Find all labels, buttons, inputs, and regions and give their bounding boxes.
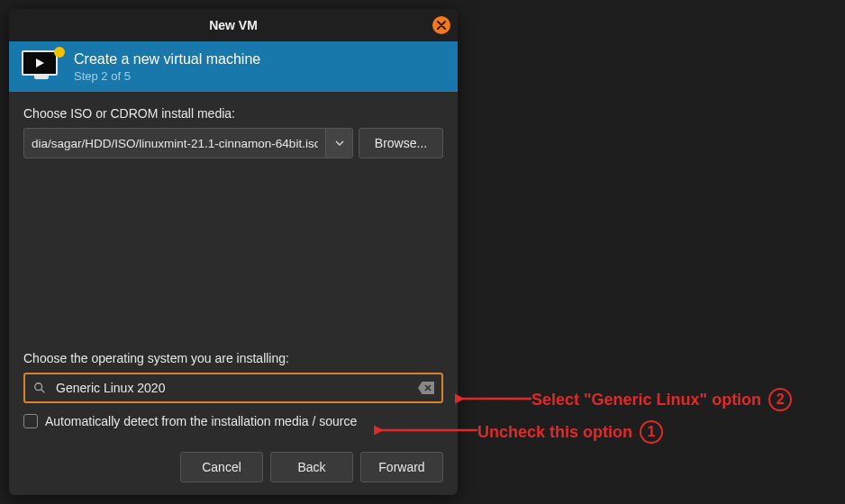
annotation-2-text: Select "Generic Linux" option bbox=[532, 391, 761, 410]
browse-button[interactable]: Browse... bbox=[359, 128, 443, 158]
svg-marker-0 bbox=[36, 58, 44, 68]
annotation-arrow-2 bbox=[455, 392, 532, 405]
annotation-2-badge: 2 bbox=[768, 388, 792, 411]
back-button[interactable]: Back bbox=[270, 452, 353, 482]
annotation-2: Select "Generic Linux" option 2 bbox=[532, 388, 792, 411]
vm-icon bbox=[22, 50, 61, 83]
search-icon bbox=[32, 381, 47, 395]
wizard-footer: Cancel Back Forward bbox=[9, 443, 458, 495]
os-input-wrap bbox=[23, 373, 443, 403]
media-path-combo[interactable] bbox=[23, 128, 353, 158]
auto-detect-label: Automatically detect from the installati… bbox=[45, 414, 357, 428]
media-label: Choose ISO or CDROM install media: bbox=[23, 106, 443, 121]
svg-line-2 bbox=[41, 390, 45, 393]
svg-point-1 bbox=[35, 383, 42, 391]
annotation-1-text: Uncheck this option bbox=[477, 423, 632, 442]
auto-detect-checkbox[interactable] bbox=[23, 414, 38, 428]
close-icon[interactable] bbox=[432, 16, 450, 34]
annotation-1: Uncheck this option 1 bbox=[477, 420, 663, 444]
wizard-header-text: Create a new virtual machine Step 2 of 5 bbox=[74, 51, 260, 83]
media-row: Browse... bbox=[23, 128, 443, 158]
cancel-button[interactable]: Cancel bbox=[180, 452, 263, 482]
forward-button[interactable]: Forward bbox=[360, 452, 443, 482]
wizard-step: Step 2 of 5 bbox=[74, 69, 260, 83]
os-search-input[interactable] bbox=[23, 373, 443, 403]
media-dropdown-button[interactable] bbox=[325, 129, 352, 158]
media-path-input[interactable] bbox=[24, 129, 325, 158]
wizard-header: Create a new virtual machine Step 2 of 5 bbox=[9, 41, 458, 92]
wizard-content: Choose ISO or CDROM install media: Brows… bbox=[9, 92, 458, 443]
titlebar[interactable]: New VM bbox=[9, 9, 458, 41]
new-vm-window: New VM Create a new virtual machine Step… bbox=[9, 9, 458, 495]
chevron-down-icon bbox=[335, 140, 344, 146]
annotation-arrow-1 bbox=[374, 424, 477, 436]
os-label: Choose the operating system you are inst… bbox=[23, 351, 443, 365]
annotation-1-badge: 1 bbox=[640, 420, 663, 444]
window-title: New VM bbox=[209, 18, 258, 32]
wizard-title: Create a new virtual machine bbox=[74, 51, 260, 68]
